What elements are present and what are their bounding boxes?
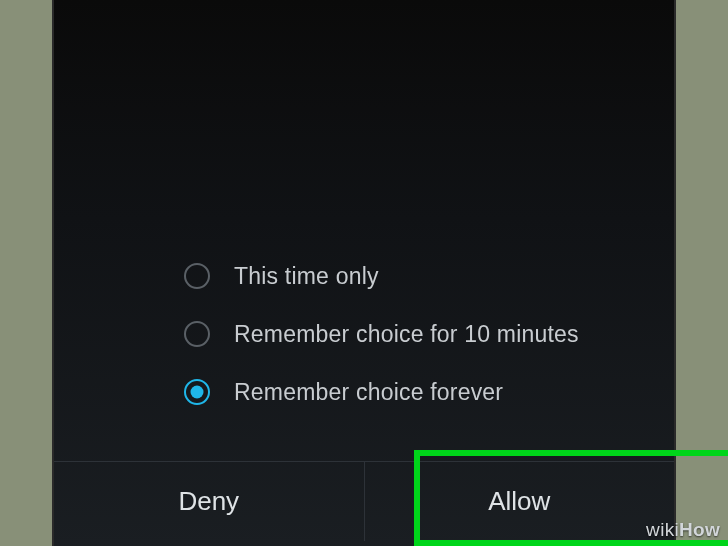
radio-unchecked-icon	[184, 321, 210, 347]
wikihow-watermark: wikiHow	[646, 519, 720, 541]
phone-frame: This time only Remember choice for 10 mi…	[52, 0, 676, 546]
dialog-button-bar: Deny Allow	[54, 462, 674, 541]
watermark-text-wiki: wiki	[646, 519, 679, 540]
radio-options-list: This time only Remember choice for 10 mi…	[184, 247, 634, 421]
button-label: Deny	[178, 486, 239, 517]
watermark-text-how: How	[679, 519, 720, 540]
radio-label: Remember choice for 10 minutes	[234, 321, 579, 348]
permission-dialog: This time only Remember choice for 10 mi…	[54, 0, 674, 546]
deny-button[interactable]: Deny	[54, 462, 364, 541]
radio-option-remember-10-minutes[interactable]: Remember choice for 10 minutes	[184, 305, 634, 363]
radio-option-remember-forever[interactable]: Remember choice forever	[184, 363, 634, 421]
radio-label: This time only	[234, 263, 379, 290]
radio-option-this-time-only[interactable]: This time only	[184, 247, 634, 305]
radio-label: Remember choice forever	[234, 379, 503, 406]
radio-unchecked-icon	[184, 263, 210, 289]
allow-button[interactable]: Allow	[365, 462, 675, 541]
radio-checked-icon	[184, 379, 210, 405]
button-label: Allow	[488, 486, 550, 517]
